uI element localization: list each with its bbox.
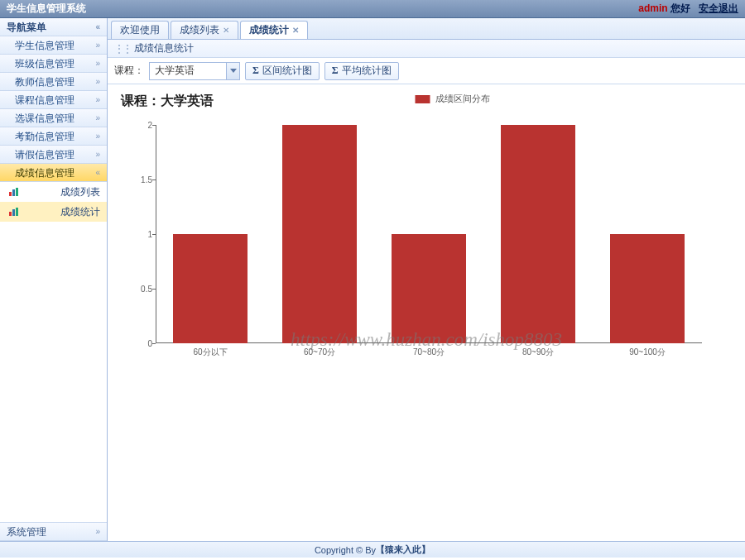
- chart-area: 课程：大学英语 成绩区间分布 00.511.5260分以下60~70分70~80…: [108, 84, 745, 541]
- x-tick-label: 80~90分: [522, 347, 554, 358]
- app-header: 学生信息管理系统 admin 您好 安全退出: [0, 0, 745, 18]
- footer: Copyright © By 【猿来入此】: [0, 541, 745, 558]
- chart-bar: [282, 125, 357, 343]
- tab-score-stats[interactable]: 成绩统计✕: [240, 21, 308, 39]
- chart-bar: [501, 125, 575, 343]
- svg-rect-2: [16, 188, 18, 196]
- sidebar-item-leave[interactable]: 请假信息管理»: [0, 146, 107, 164]
- close-icon[interactable]: ✕: [223, 26, 229, 35]
- tab-score-list[interactable]: 成绩列表✕: [171, 21, 238, 39]
- svg-rect-5: [16, 208, 18, 216]
- sidebar-sub-score-list[interactable]: 成绩列表: [0, 182, 107, 202]
- y-tick-label: 2: [132, 121, 152, 130]
- sidebar-item-label: 学生信息管理: [15, 36, 74, 55]
- chart-plot: 00.511.5260分以下60~70分70~80分80~90分90~100分: [156, 125, 702, 357]
- y-tick-label: 1.5: [132, 175, 152, 184]
- panel-subtitle: 成绩信息统计: [134, 41, 194, 55]
- button-label: 平均统计图: [342, 64, 392, 78]
- x-tick-label: 60分以下: [193, 347, 227, 358]
- chevron-icon: »: [95, 36, 100, 55]
- tab-bar: 欢迎使用 成绩列表✕ 成绩统计✕: [108, 18, 745, 40]
- chevron-icon: »: [95, 73, 100, 91]
- sidebar-item-score[interactable]: 成绩信息管理«: [0, 164, 107, 182]
- chart-legend: 成绩区间分布: [416, 93, 490, 105]
- tab-welcome[interactable]: 欢迎使用: [111, 21, 169, 39]
- chevron-icon: »: [95, 109, 100, 127]
- x-tick-label: 60~70分: [304, 347, 335, 358]
- sidebar-submenu: 成绩列表 成绩统计: [0, 182, 107, 523]
- svg-rect-1: [12, 189, 15, 196]
- sidebar-item-select[interactable]: 选课信息管理»: [0, 109, 107, 127]
- y-tick: [152, 289, 156, 290]
- y-tick-label: 0.5: [132, 285, 152, 294]
- bar-chart-icon: [8, 187, 20, 197]
- course-select[interactable]: 大学英语: [149, 62, 240, 80]
- chevron-icon: »: [95, 91, 100, 109]
- svg-rect-3: [9, 212, 12, 216]
- grip-icon: ⋮⋮: [114, 43, 131, 55]
- sigma-icon: Σ: [332, 65, 339, 77]
- x-tick-label: 90~100分: [629, 347, 666, 358]
- interval-chart-button[interactable]: Σ区间统计图: [245, 62, 320, 80]
- y-tick: [152, 179, 156, 180]
- chart-bar: [610, 234, 685, 343]
- sidebar-item-label: 请假信息管理: [15, 146, 74, 164]
- sidebar-item-label: 选课信息管理: [15, 109, 74, 127]
- tab-label: 欢迎使用: [120, 23, 160, 37]
- main-panel: 欢迎使用 成绩列表✕ 成绩统计✕ ⋮⋮ 成绩信息统计 课程： 大学英语 Σ区间统…: [108, 18, 745, 541]
- greet-text: 您好: [670, 2, 690, 14]
- sidebar-item-teacher[interactable]: 教师信息管理»: [0, 73, 107, 91]
- bar-chart-icon: [8, 207, 20, 217]
- course-select-value: 大学英语: [155, 64, 195, 78]
- sidebar-item-attend[interactable]: 考勤信息管理»: [0, 127, 107, 146]
- sigma-icon: Σ: [252, 65, 259, 77]
- sidebar-item-label: 系统管理: [7, 523, 46, 541]
- tab-label: 成绩列表: [180, 23, 219, 37]
- chevron-icon: »: [95, 146, 100, 164]
- chart-bar: [392, 234, 466, 343]
- y-tick-label: 0: [132, 339, 152, 348]
- y-tick: [152, 343, 156, 344]
- sidebar-item-label: 考勤信息管理: [15, 127, 74, 146]
- chevron-down-icon: [226, 63, 239, 79]
- panel-subtitle-bar: ⋮⋮ 成绩信息统计: [108, 40, 745, 58]
- avg-chart-button[interactable]: Σ平均统计图: [324, 62, 399, 80]
- sidebar-item-student[interactable]: 学生信息管理»: [0, 36, 107, 55]
- y-tick: [152, 125, 156, 126]
- sidebar: 导航菜单 « 学生信息管理» 班级信息管理» 教师信息管理» 课程信息管理» 选…: [0, 18, 108, 541]
- sidebar-item-label: 成绩信息管理: [15, 164, 74, 182]
- app-title: 学生信息管理系统: [7, 2, 86, 16]
- y-axis: [156, 125, 156, 343]
- sidebar-item-label: 教师信息管理: [15, 73, 74, 91]
- legend-swatch: [416, 95, 430, 103]
- x-tick-label: 70~80分: [413, 347, 445, 358]
- sidebar-item-system[interactable]: 系统管理»: [0, 523, 107, 541]
- footer-prefix: Copyright © By: [315, 545, 376, 555]
- sidebar-item-label: 课程信息管理: [15, 91, 74, 109]
- sidebar-sub-score-stats[interactable]: 成绩统计: [0, 202, 107, 222]
- sidebar-item-course[interactable]: 课程信息管理»: [0, 91, 107, 109]
- toolbar: 课程： 大学英语 Σ区间统计图 Σ平均统计图: [108, 58, 745, 84]
- chevron-icon: »: [95, 127, 100, 146]
- chevron-icon: »: [95, 523, 100, 541]
- collapse-icon[interactable]: «: [95, 18, 100, 36]
- button-label: 区间统计图: [262, 64, 312, 78]
- sidebar-item-label: 班级信息管理: [15, 55, 74, 73]
- chart-bar: [173, 234, 248, 343]
- y-tick: [152, 234, 156, 235]
- sidebar-title: 导航菜单 «: [0, 18, 107, 36]
- sidebar-sub-label: 成绩统计: [60, 203, 100, 221]
- y-tick-label: 1: [132, 230, 152, 239]
- tab-label: 成绩统计: [249, 23, 289, 37]
- close-icon[interactable]: ✕: [292, 26, 299, 35]
- sidebar-item-class[interactable]: 班级信息管理»: [0, 55, 107, 73]
- current-user: admin: [638, 2, 667, 14]
- svg-rect-4: [12, 209, 15, 216]
- logout-link[interactable]: 安全退出: [699, 2, 738, 16]
- legend-label: 成绩区间分布: [435, 93, 490, 105]
- chevron-icon: »: [95, 55, 100, 73]
- sidebar-title-label: 导航菜单: [7, 18, 46, 36]
- svg-rect-0: [9, 192, 12, 196]
- course-label: 课程：: [114, 64, 144, 78]
- sidebar-sub-label: 成绩列表: [60, 183, 100, 201]
